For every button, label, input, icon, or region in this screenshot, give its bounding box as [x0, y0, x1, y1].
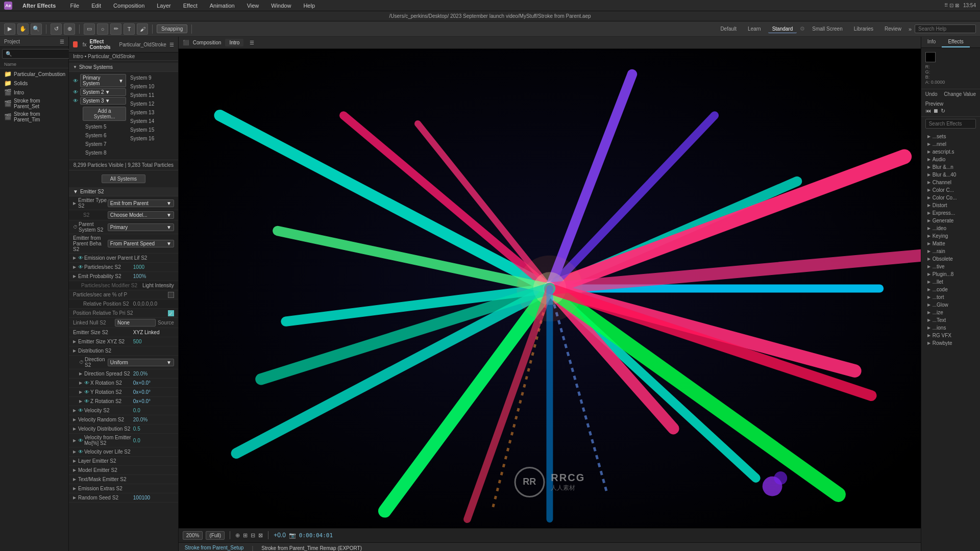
param-triangle-vel-random[interactable]: ▶	[73, 417, 76, 422]
workspace-standard[interactable]: Standard	[768, 25, 797, 33]
effect-item-ideo[interactable]: ▶ ...ideo	[921, 224, 980, 232]
tool-brush[interactable]: 🖌	[137, 23, 148, 35]
param-checkbox-pos-relative[interactable]: ✓	[168, 310, 174, 316]
param-triangle-emitter-type[interactable]: ▶	[73, 201, 76, 206]
param-triangle-distribution[interactable]: ▶	[73, 348, 76, 353]
param-triangle-emission[interactable]: ▶	[73, 256, 76, 260]
system-dropdown-s3[interactable]: System 3 ▼	[80, 97, 126, 105]
effect-item-ions[interactable]: ▶ ...ions	[921, 324, 980, 332]
param-value-yrot[interactable]: 0x+0.0°	[133, 389, 174, 395]
effect-item-rg-vfx[interactable]: ▶ RG VFX	[921, 332, 980, 339]
effect-item-sets[interactable]: ▶ ...sets	[921, 133, 980, 140]
eye-icon-zrot[interactable]: 👁	[84, 398, 89, 404]
effect-controls-menu[interactable]: ☰	[169, 42, 174, 47]
effect-item-rain[interactable]: ▶ ...rain	[921, 247, 980, 255]
all-systems-button[interactable]: All Systems	[102, 174, 145, 183]
effect-item-obsolete[interactable]: ▶ Obsolete	[921, 255, 980, 263]
linked-null-dropdown[interactable]: None	[115, 319, 156, 327]
eye-icon-vel-over-life[interactable]: 👁	[78, 449, 83, 455]
menu-animation[interactable]: Animation	[208, 2, 237, 10]
eye-icon-s2[interactable]: 👁	[73, 89, 78, 95]
preview-loop[interactable]: ↻	[941, 108, 945, 114]
param-triangle-zrot[interactable]: ▶	[79, 399, 82, 404]
param-triangle-vel-dist[interactable]: ▶	[73, 427, 76, 431]
menu-edit[interactable]: Edit	[89, 2, 103, 10]
workspace-libraries[interactable]: Libraries	[850, 25, 877, 33]
project-item-intro[interactable]: 🎬 Intro	[0, 88, 68, 97]
effect-item-matte[interactable]: ▶ Matte	[921, 240, 980, 247]
comp-view-btn-3[interactable]: ⊟	[251, 532, 255, 539]
zoom-select[interactable]: 200%	[183, 531, 203, 540]
param-value-zrot[interactable]: 0x+0.0°	[133, 398, 174, 404]
param-value-vel-dist[interactable]: 0.5	[133, 426, 174, 432]
param-triangle-model-emit[interactable]: ▶	[73, 468, 76, 472]
tool-camera[interactable]: ⊕	[64, 23, 75, 35]
tool-hand[interactable]: ✋	[17, 23, 29, 35]
timeline-tab-export[interactable]: Stroke from Parent_Time Remap (EXPORT)	[259, 544, 364, 551]
eye-icon-velocity[interactable]: 👁	[78, 408, 83, 413]
effect-item-color-co[interactable]: ▶ Color Co...	[921, 194, 980, 202]
direction-dropdown[interactable]: Uniform ▼	[108, 359, 174, 366]
param-value-vel-random[interactable]: 20.0%	[133, 417, 174, 422]
effect-item-code[interactable]: ▶ ...code	[921, 286, 980, 293]
menu-composition[interactable]: Composition	[111, 2, 146, 10]
effect-item-llet[interactable]: ▶ ...llet	[921, 278, 980, 286]
eye-icon-yrot[interactable]: 👁	[84, 389, 89, 395]
quality-select[interactable]: (Full)	[206, 531, 225, 540]
camera-icon[interactable]: 📷	[289, 532, 296, 539]
param-value-dir-spread[interactable]: 20.0%	[133, 371, 174, 377]
comp-view-btn-4[interactable]: ⊠	[258, 532, 263, 539]
tool-zoom[interactable]: 🔍	[31, 23, 42, 35]
emitter-s2-header[interactable]: ▼ Emitter S2	[69, 187, 178, 196]
eye-icon-emission[interactable]: 👁	[78, 255, 83, 261]
project-search-input[interactable]	[2, 49, 70, 59]
tool-text[interactable]: T	[124, 23, 135, 35]
choose-model-dropdown[interactable]: Choose Model... ▼	[108, 211, 174, 219]
effect-item-channel[interactable]: ▶ Channel	[921, 179, 980, 186]
effect-item-distort[interactable]: ▶ Distort	[921, 202, 980, 209]
timeline-tab-setup[interactable]: Stroke from Parent_Setup	[183, 544, 246, 551]
project-menu-icon[interactable]: ☰	[60, 39, 64, 44]
effects-tab-info[interactable]: Info	[921, 37, 942, 47]
effects-search-input[interactable]	[925, 119, 976, 129]
param-value-velocity[interactable]: 0.0	[133, 408, 174, 413]
emitter-type-dropdown[interactable]: Emit from Parent ▼	[108, 199, 174, 207]
effect-item-plugin8[interactable]: ▶ Plugin...8	[921, 270, 980, 278]
comp-view-btn-1[interactable]: ⊕	[235, 532, 240, 539]
effect-item-generate[interactable]: ▶ Generate	[921, 217, 980, 224]
effect-item-color-c[interactable]: ▶ Color C...	[921, 186, 980, 194]
show-systems-header[interactable]: ▼ Show Systems	[69, 63, 178, 72]
menu-help[interactable]: Help	[301, 2, 317, 10]
param-triangle-emit-prob[interactable]: ▶	[73, 274, 76, 279]
effect-item-tort[interactable]: ▶ ...tort	[921, 293, 980, 301]
project-item-stroke-tim[interactable]: 🎬 Stroke from Parent_Tim	[0, 110, 68, 123]
param-triangle-xrot[interactable]: ▶	[79, 381, 82, 385]
param-triangle-layer-emit[interactable]: ▶	[73, 459, 76, 463]
project-item-stroke-set[interactable]: 🎬 Stroke from Parent_Set	[0, 97, 68, 110]
composition-tab-intro[interactable]: Intro	[225, 39, 243, 46]
eye-icon-s3[interactable]: 👁	[73, 98, 78, 104]
comp-view-btn-2[interactable]: ⊞	[243, 532, 248, 539]
workspace-default[interactable]: Default	[716, 25, 741, 33]
add-system-button[interactable]: Add a System...	[83, 107, 126, 121]
effect-item-text[interactable]: ▶ ...Text	[921, 316, 980, 324]
menu-layer[interactable]: Layer	[155, 2, 173, 10]
param-value-xrot[interactable]: 0x+0.0°	[133, 380, 174, 386]
param-triangle-text-mask[interactable]: ▶	[73, 477, 76, 482]
param-value-emit-prob[interactable]: 100%	[133, 273, 174, 279]
param-triangle-particles-sec[interactable]: ▶	[73, 265, 76, 269]
menu-effect[interactable]: Effect	[181, 2, 200, 10]
eye-icon-particles-sec[interactable]: 👁	[78, 264, 83, 270]
effect-item-blur-n[interactable]: ▶ Blur &...n	[921, 163, 980, 171]
effect-item-ize[interactable]: ▶ ...ize	[921, 309, 980, 316]
param-triangle-vel-from-emit[interactable]: ▶	[73, 438, 76, 443]
menu-file[interactable]: File	[68, 2, 81, 10]
from-parent-dropdown[interactable]: From Parent Speed ▼	[108, 240, 174, 247]
param-triangle-velocity[interactable]: ▶	[73, 408, 76, 413]
param-triangle-emitter-xyz[interactable]: ▶	[73, 339, 76, 344]
effect-item-aescript[interactable]: ▶ aescript.s	[921, 148, 980, 156]
param-value-random-seed[interactable]: 100100	[133, 495, 174, 500]
param-checkbox-particles-percent[interactable]	[168, 292, 174, 298]
tool-select[interactable]: ▶	[4, 23, 15, 35]
search-help-input[interactable]	[915, 24, 976, 33]
